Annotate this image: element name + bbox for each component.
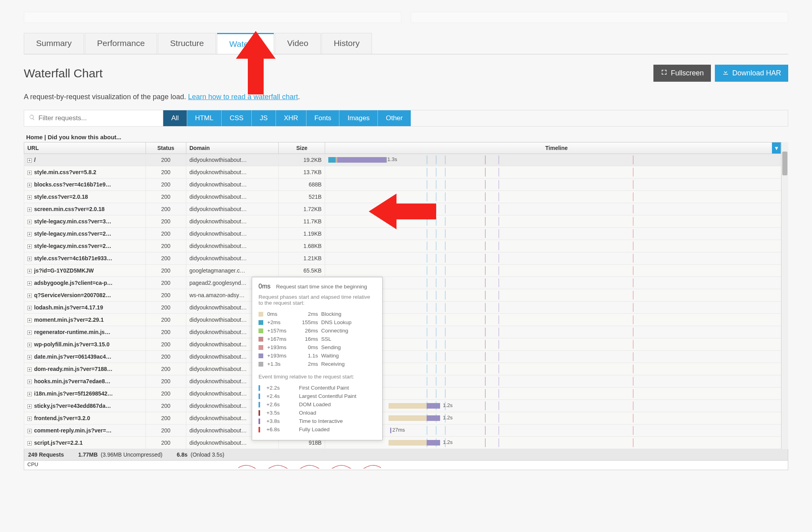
- timeline-options-dropdown[interactable]: ▾: [772, 142, 781, 154]
- expand-icon[interactable]: +: [27, 220, 32, 224]
- filter-all[interactable]: All: [163, 110, 187, 126]
- subtitle-post: .: [298, 93, 300, 101]
- filter-type-buttons: AllHTMLCSSJSXHRFontsImagesOther: [163, 110, 411, 126]
- cpu-usage-sparkline: [238, 462, 381, 469]
- request-timing-tooltip: 0ms Request start time since the beginni…: [252, 277, 383, 440]
- tooltip-phases-heading: Request phases start and elapsed time re…: [259, 294, 376, 306]
- waterfall-table: URL Status Domain Size Timeline ▾ ▾ +/20…: [24, 142, 788, 449]
- table-row[interactable]: +wp-polyfill.min.js?ver=3.15.0200didyouk…: [24, 338, 788, 351]
- expand-icon[interactable]: +: [27, 429, 32, 433]
- table-row[interactable]: +i18n.min.js?ver=5f12698542…200didyoukno…: [24, 388, 788, 400]
- tab-performance[interactable]: Performance: [85, 33, 157, 54]
- table-row[interactable]: +blocks.css?ver=4c16b71e9…200didyouknowt…: [24, 179, 788, 191]
- tooltip-phase-row: +1.3s2msReceiving: [259, 360, 376, 368]
- cpu-strip: CPU: [24, 461, 788, 470]
- expand-icon[interactable]: +: [27, 318, 32, 323]
- col-url[interactable]: URL: [24, 142, 146, 154]
- col-domain[interactable]: Domain: [186, 142, 279, 154]
- expand-icon[interactable]: +: [27, 171, 32, 175]
- table-row[interactable]: +moment.min.js?ver=2.29.1200didyouknowth…: [24, 314, 788, 326]
- expand-icon[interactable]: +: [27, 404, 32, 409]
- tooltip-event-row: +2.6sDOM Loaded: [259, 400, 376, 409]
- expand-icon[interactable]: +: [27, 269, 32, 273]
- table-row[interactable]: +style.css?ver=4c16b71e933…200didyouknow…: [24, 252, 788, 265]
- table-row[interactable]: +style-legacy.min.css?ver=2…200didyoukno…: [24, 240, 788, 252]
- tab-video[interactable]: Video: [275, 33, 320, 54]
- search-icon: [29, 114, 35, 122]
- expand-icon[interactable]: +: [27, 380, 32, 384]
- expand-icon[interactable]: +: [27, 183, 32, 187]
- table-row[interactable]: +sticky.js?ver=e43edd867da…200didyouknow…: [24, 400, 788, 412]
- table-row[interactable]: +style.min.css?ver=5.8.2200didyouknowthi…: [24, 166, 788, 179]
- expand-icon[interactable]: +: [27, 195, 32, 200]
- download-label: Download HAR: [732, 69, 781, 77]
- tooltip-event-row: +2.4sLargest Contentful Paint: [259, 392, 376, 400]
- expand-icon[interactable]: +: [27, 417, 32, 421]
- fullscreen-button[interactable]: Fullscreen: [653, 65, 711, 82]
- table-row[interactable]: +dom-ready.min.js?ver=7188…200didyouknow…: [24, 363, 788, 375]
- tooltip-event-row: +2.2sFirst Contentful Paint: [259, 384, 376, 392]
- filter-bar: AllHTMLCSSJSXHRFontsImagesOther: [24, 110, 788, 127]
- expand-icon[interactable]: +: [27, 343, 32, 347]
- table-row[interactable]: +lodash.min.js?ver=4.17.19200didyouknowt…: [24, 302, 788, 314]
- table-row[interactable]: +adsbygoogle.js?client=ca-p…200pagead2.g…: [24, 277, 788, 289]
- expand-icon[interactable]: +: [27, 207, 32, 212]
- table-row[interactable]: +q?ServiceVersion=2007082…200ws-na.amazo…: [24, 289, 788, 302]
- subtitle-text: A request-by-request visualization of th…: [24, 93, 188, 101]
- page-breadcrumb: Home | Did you know this about...: [24, 132, 788, 142]
- report-tabs: SummaryPerformanceStructureWaterfallVide…: [24, 33, 788, 54]
- col-size[interactable]: Size: [279, 142, 325, 154]
- expand-icon[interactable]: +: [27, 244, 32, 249]
- tab-history[interactable]: History: [322, 33, 372, 54]
- expand-icon[interactable]: +: [27, 306, 32, 310]
- download-icon: [722, 69, 729, 78]
- filter-xhr[interactable]: XHR: [276, 110, 306, 126]
- filter-html[interactable]: HTML: [187, 110, 221, 126]
- download-har-button[interactable]: Download HAR: [715, 65, 788, 82]
- table-row[interactable]: +script.js?ver=2.2.1200didyouknowthisabo…: [24, 437, 788, 449]
- table-row[interactable]: +comment-reply.min.js?ver=…200didyouknow…: [24, 424, 788, 437]
- table-row[interactable]: +hooks.min.js?ver=a7edae8…200didyouknowt…: [24, 375, 788, 388]
- expand-icon[interactable]: +: [27, 441, 32, 446]
- tooltip-phase-row: +193ms0msSending: [259, 343, 376, 351]
- filter-css[interactable]: CSS: [221, 110, 251, 126]
- tab-structure[interactable]: Structure: [158, 33, 216, 54]
- table-row[interactable]: +regenerator-runtime.min.js…200didyoukno…: [24, 326, 788, 338]
- table-row[interactable]: +frontend.js?ver=3.2.0200didyouknowthisa…: [24, 412, 788, 424]
- filter-images[interactable]: Images: [339, 110, 377, 126]
- filter-input-wrap[interactable]: [24, 110, 163, 126]
- filter-fonts[interactable]: Fonts: [306, 110, 339, 126]
- table-row[interactable]: +/200didyouknowthisabout…19.2KB1.3s: [24, 154, 788, 166]
- tooltip-event-row: +3.5sOnload: [259, 409, 376, 417]
- filter-other[interactable]: Other: [377, 110, 411, 126]
- expand-icon[interactable]: +: [27, 232, 32, 236]
- table-row[interactable]: +js?id=G-1Y0ZD5MKJW200googletagmanager.c…: [24, 265, 788, 277]
- expand-icon[interactable]: +: [27, 355, 32, 359]
- expand-icon[interactable]: +: [27, 330, 32, 335]
- footer-requests: 249 Requests: [28, 451, 64, 458]
- expand-icon[interactable]: +: [27, 294, 32, 298]
- col-timeline[interactable]: Timeline ▾ ▾: [325, 142, 788, 154]
- subtitle: A request-by-request visualization of th…: [24, 93, 788, 101]
- expand-icon[interactable]: +: [27, 392, 32, 396]
- vertical-scrollbar[interactable]: [781, 142, 788, 449]
- expand-icon: [661, 69, 668, 78]
- col-timeline-label: Timeline: [545, 145, 568, 151]
- expand-icon[interactable]: +: [27, 158, 32, 163]
- expand-icon[interactable]: +: [27, 367, 32, 372]
- filter-input[interactable]: [38, 114, 158, 122]
- expand-icon[interactable]: +: [27, 257, 32, 261]
- tooltip-events-heading: Event timing relative to the request sta…: [259, 374, 376, 380]
- col-status[interactable]: Status: [146, 142, 186, 154]
- metrics-panel-right: [411, 12, 788, 23]
- annotation-arrow-tab: [232, 31, 280, 94]
- metrics-panel-left: [24, 12, 401, 23]
- table-row[interactable]: +date.min.js?ver=061439ac4…200didyouknow…: [24, 351, 788, 363]
- expand-icon[interactable]: +: [27, 281, 32, 286]
- cpu-label: CPU: [27, 461, 38, 467]
- tab-summary[interactable]: Summary: [24, 33, 84, 54]
- tooltip-phase-row: 0ms2msBlocking: [259, 310, 376, 318]
- tooltip-phase-row: +167ms16msSSL: [259, 335, 376, 343]
- filter-js[interactable]: JS: [251, 110, 276, 126]
- tooltip-phase-row: +157ms26msConnecting: [259, 326, 376, 335]
